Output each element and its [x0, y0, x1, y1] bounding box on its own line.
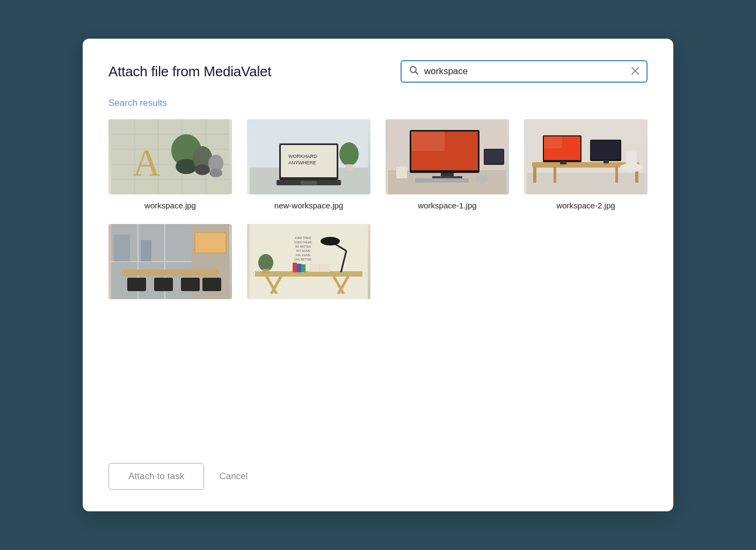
svg-text:A: A: [133, 141, 161, 184]
image-name: workspace-1.jpg: [418, 200, 476, 211]
svg-text:FAIL AGAIN.: FAIL AGAIN.: [296, 254, 311, 257]
svg-point-88: [321, 237, 340, 245]
search-clear-icon[interactable]: [631, 67, 639, 76]
image-name: workspace-2.jpg: [556, 200, 615, 211]
svg-rect-39: [485, 150, 503, 163]
svg-line-1: [416, 72, 418, 75]
image-item[interactable]: [108, 224, 232, 305]
image-item[interactable]: workspace-1.jpg: [386, 119, 509, 211]
dialog-header: Attach file from MediaValet: [108, 60, 648, 83]
svg-text:EVER FAILED.: EVER FAILED.: [294, 241, 312, 244]
image-thumbnail: WORKHARD ANYWHERE: [247, 119, 370, 194]
svg-rect-37: [432, 176, 462, 178]
svg-rect-69: [181, 278, 200, 291]
svg-text:WORKHARD: WORKHARD: [288, 154, 317, 159]
search-box: [401, 60, 648, 83]
svg-rect-49: [615, 167, 618, 183]
svg-rect-48: [554, 167, 556, 183]
svg-rect-29: [345, 164, 353, 171]
svg-rect-52: [544, 136, 562, 148]
attach-file-dialog: Attach file from MediaValet Search resul…: [83, 39, 673, 511]
svg-text:NO MATTER.: NO MATTER.: [295, 245, 311, 248]
bottom-row: Attach to task Cancel: [108, 442, 648, 490]
svg-text:FAIL BETTER.: FAIL BETTER.: [295, 258, 312, 261]
svg-point-28: [339, 142, 359, 166]
image-name: new-workspace.jpg: [274, 200, 343, 211]
svg-rect-89: [293, 263, 297, 272]
svg-rect-85: [255, 271, 362, 277]
svg-rect-95: [263, 269, 269, 273]
svg-rect-70: [202, 278, 221, 291]
svg-rect-35: [411, 132, 445, 151]
cancel-button[interactable]: Cancel: [215, 464, 252, 489]
svg-rect-44: [527, 173, 645, 194]
svg-rect-67: [127, 278, 146, 291]
image-thumbnail: A: [108, 119, 232, 194]
svg-rect-56: [604, 160, 609, 163]
svg-rect-90: [297, 264, 301, 272]
svg-rect-40: [415, 178, 469, 183]
svg-rect-46: [533, 167, 536, 183]
svg-rect-68: [154, 278, 173, 291]
svg-rect-66: [122, 270, 219, 276]
svg-rect-65: [141, 240, 151, 262]
image-thumbnail: [108, 224, 232, 299]
image-name: workspace.jpg: [144, 200, 196, 211]
image-thumbnail: EVER TRIED. EVER FAILED. NO MATTER. TRY …: [247, 224, 370, 299]
image-thumbnail: [524, 119, 648, 194]
attach-to-task-button[interactable]: Attach to task: [108, 463, 204, 490]
svg-rect-55: [591, 141, 620, 159]
image-grid: A workspace.jpg: [108, 119, 648, 305]
section-label: Search results: [108, 98, 648, 108]
search-input[interactable]: [424, 66, 631, 77]
svg-text:TRY AGAIN.: TRY AGAIN.: [296, 249, 311, 252]
image-item[interactable]: A workspace.jpg: [108, 119, 232, 211]
svg-rect-64: [114, 235, 130, 262]
svg-rect-53: [560, 161, 566, 164]
svg-point-20: [209, 169, 222, 177]
svg-rect-72: [195, 233, 226, 252]
svg-rect-91: [301, 264, 306, 272]
image-item[interactable]: EVER TRIED. EVER FAILED. NO MATTER. TRY …: [247, 224, 370, 305]
dialog-title: Attach file from MediaValet: [108, 63, 271, 80]
svg-rect-58: [626, 151, 637, 169]
svg-point-94: [258, 254, 273, 271]
svg-point-18: [195, 164, 210, 175]
svg-text:EVER TRIED.: EVER TRIED.: [295, 236, 311, 240]
svg-point-41: [476, 175, 489, 184]
image-item[interactable]: WORKHARD ANYWHERE new-workspace.jpg: [247, 119, 370, 211]
search-icon: [409, 66, 419, 77]
svg-text:ANYWHERE: ANYWHERE: [288, 160, 316, 165]
svg-rect-30: [301, 181, 317, 185]
svg-rect-42: [396, 167, 407, 178]
image-item[interactable]: workspace-2.jpg: [524, 119, 648, 211]
image-thumbnail: [386, 119, 509, 194]
